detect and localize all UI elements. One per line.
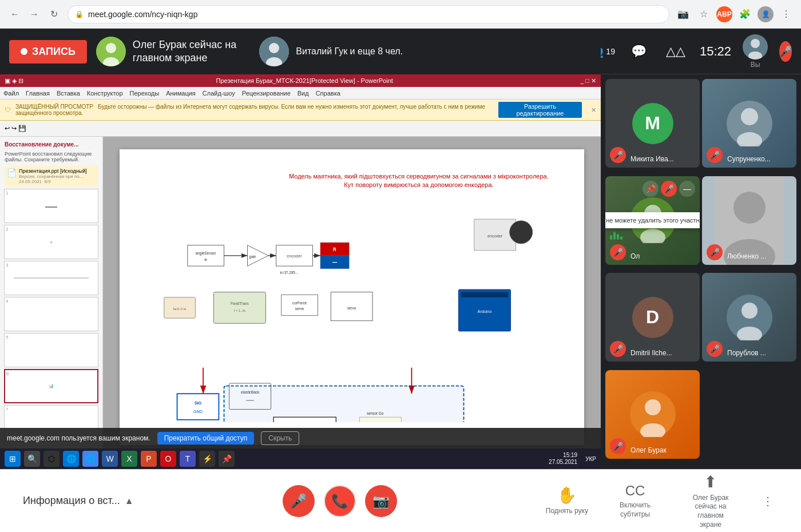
taskbar-opera[interactable]: O [160,451,176,467]
svg-point-77 [741,303,758,319]
taskbar-extra1[interactable]: ⚡ [199,451,215,467]
forward-button[interactable]: → [26,6,42,22]
presenter-section[interactable]: ⬆ Олег Бураксейчас на главномэкране [682,473,739,529]
svg-text:f = 1...fo: f = 1...fo [234,309,245,312]
svg-text:Arduino: Arduino [478,309,492,314]
profile-avatar[interactable]: 👤 [758,6,774,22]
ppt-menu-transitions[interactable]: Переходы [130,90,160,97]
stop-share-button[interactable]: Прекратить общий доступ [157,432,255,444]
presenter-sec-name: Виталий Гук и еще 8 чел. [296,46,403,58]
slide-thumb-2[interactable]: 2≡ [4,225,98,259]
suprunenko-avatar-img [727,101,772,146]
chat-button[interactable]: 💬 [626,39,652,64]
ppt-ribbon: ↩ ↪ 💾 [0,121,601,137]
presenter-sec-avatar [259,37,289,66]
captions-label: Включить субтитры [606,501,664,519]
taskbar-ppt[interactable]: P [141,451,157,467]
close-protected-bar[interactable]: ✕ [591,106,596,114]
presenter-secondary: Виталий Гук и еще 8 чел. [259,37,403,66]
browser-more-button[interactable]: ⋮ [778,6,794,22]
mute-button[interactable]: 🎤 [283,485,315,517]
bottom-controls: 🎤 📞 📷 [283,485,397,517]
recovery-file[interactable]: 📄 Презентация.ppt [Исходный] Версия, сох… [5,166,98,186]
reload-button[interactable]: ↻ [46,6,62,22]
taskbar-edge[interactable]: 🌐 [63,451,79,467]
ppt-window: ▣ ◈ ⊟ Презентация Бурак_МТСК-2021[Protec… [0,74,601,469]
lock-icon: 🔒 [75,10,84,18]
ppt-menu-animations[interactable]: Анимация [166,90,196,97]
ppt-menu-help[interactable]: Справка [316,90,340,97]
slide-thumb-3[interactable]: 3 [4,261,98,295]
remove-icon[interactable]: — [679,181,695,197]
captions-section[interactable]: CC Включить субтитры [606,483,664,519]
ppt-menu-slideshow[interactable]: Слайд-шоу [203,90,235,97]
svg-text:fw:0..0 m: fw:0..0 m [173,307,187,310]
participant-tile-suprunenko: 🎤 Супруненко... [702,79,796,168]
ol-mute-icon: 🎤 [610,244,626,260]
meet-topbar: ЗАПИСЬ Олег Бурак сейчас наглавном экран… [0,29,601,74]
extensions-icon-btn[interactable]: 🧩 [737,6,753,22]
raise-hand-icon: ✋ [557,486,577,505]
ppt-menu-insert[interactable]: Вставка [57,90,80,97]
participant-tile-oleg: 🎤 Олег Бурак [605,370,700,459]
pin-icon[interactable]: 📌 [643,181,659,197]
enable-editing-button[interactable]: Разрешить редактирование [498,102,582,118]
mikita-avatar: М [632,103,673,144]
doc-icon: 📄 [7,168,17,184]
star-icon-btn[interactable]: ☆ [696,6,712,22]
participant-tile-mikita: М 🎤 Микита Ива... [605,79,700,168]
ppt-body: Восстановление докуме... PowerPoint восс… [0,137,601,458]
video-off-button[interactable]: 📷 [365,485,397,517]
notification-text: meet.google.com пользуется вашим экраном… [7,434,150,442]
svg-text:servo: servo [295,307,304,311]
ppt-slide: Модель маятника, який підштовхується сер… [120,149,584,446]
slide-thumb-6[interactable]: 6📊 [4,369,98,403]
record-button[interactable]: ЗАПИСЬ [9,40,87,63]
taskbar-extra2[interactable]: 📌 [219,451,235,467]
taskbar-teams[interactable]: T [180,451,196,467]
ol-name: Ол [631,252,640,260]
dmitrii-mute-icon: 🎤 [610,341,626,357]
porublov-mute-icon: 🎤 [707,341,723,357]
camera-icon-btn[interactable]: 📷 [675,6,691,22]
svg-point-1 [106,43,116,53]
taskbar-excel[interactable]: X [121,451,137,467]
taskbar-chrome[interactable]: 🌐 [82,451,98,467]
ppt-window-icons: ▣ ◈ ⊟ [5,77,29,85]
mic-muted-icon-my[interactable]: 🎤 [779,41,792,62]
hide-button[interactable]: Скрыть [261,431,299,445]
participants-grid: М 🎤 Микита Ива... 🎤 Супруненко... [601,74,801,469]
ppt-menu-file[interactable]: Файл [3,90,19,97]
activities-button[interactable]: △△ [663,39,688,64]
file-name: Презентация.ppt [Исходный] [19,168,96,174]
porublov-avatar-img [727,295,772,340]
ribbon-undo[interactable]: ↩ ↪ 💾 [5,125,26,132]
ppt-menu-review[interactable]: Рецензирование [242,90,291,97]
ppt-menu-design[interactable]: Конструктор [87,90,123,97]
taskbar-search[interactable]: 🔍 [24,451,40,467]
slide-thumb-4[interactable]: 4 [4,297,98,331]
presenter-name-text: Олег Бурак сейчас наглавном экране [133,38,236,65]
ppt-window-controls[interactable]: _ □ ✕ [580,77,596,85]
browser-chrome: ← → ↻ 🔒 meet.google.com/ncy-niqn-kgp 📷 ☆… [0,0,801,29]
presenter-avatar [96,37,126,66]
back-button[interactable]: ← [7,6,23,22]
sidebar-subtitle: PowerPoint восстановил следующие файлы. … [2,150,100,164]
address-bar[interactable]: 🔒 meet.google.com/ncy-niqn-kgp [68,5,669,23]
more-options-button[interactable]: ⋮ [758,491,778,511]
mute-icon-btn[interactable]: 🎤 [661,181,677,197]
screen-share-area: ЗАПИСЬ Олег Бурак сейчас наглавном экран… [0,29,601,469]
taskbar-windows[interactable]: ⊞ [5,451,21,467]
meeting-info[interactable]: Информация о вст... ▲ [23,495,134,507]
dmitrii-name: Dmitrii Ilche... [631,349,672,357]
end-call-button[interactable]: 📞 [324,485,356,517]
taskbar-cortana[interactable]: ⬡ [43,451,60,467]
ppt-menu-home[interactable]: Главная [26,90,50,97]
raise-hand-section[interactable]: ✋ Поднять руку [546,486,588,516]
taskbar-word[interactable]: W [102,451,118,467]
ppt-menu-view[interactable]: Вид [298,90,309,97]
slide-thumb-5[interactable]: 5 [4,333,98,367]
slide-thumb-1[interactable]: 1▬▬▬ [4,189,98,223]
sidebar-header: Восстановление докуме... [2,139,100,150]
presenter-info: Олег Бурак сейчас наглавном экране [96,37,236,66]
